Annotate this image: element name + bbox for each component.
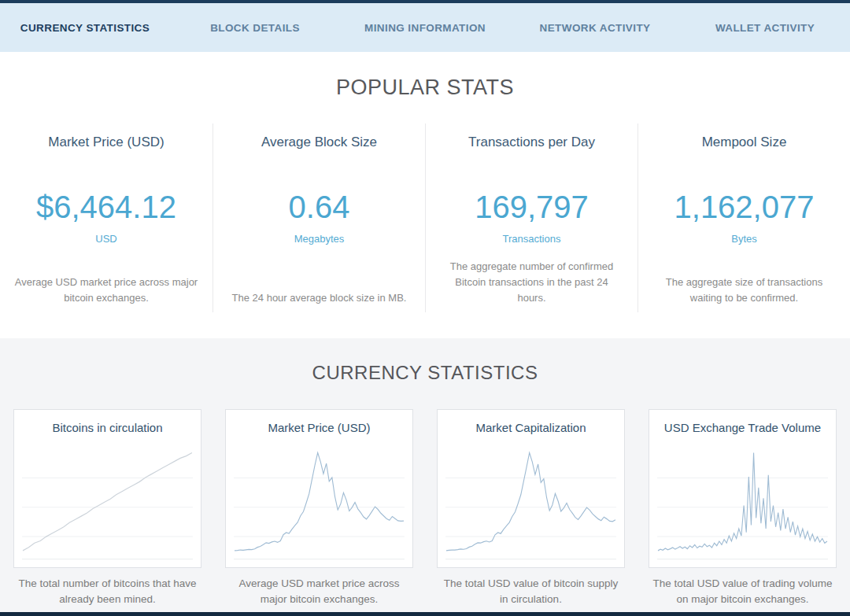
line-chart (20, 439, 194, 561)
stat-title: Market Price (USD) (48, 135, 164, 150)
line-chart (656, 439, 830, 561)
chart-card[interactable]: Market Capitalization (437, 409, 625, 568)
charts-row: Bitcoins in circulation The total number… (0, 409, 850, 608)
chart-cell: Market Capitalization The total USD valu… (437, 409, 625, 608)
line-chart (232, 439, 406, 561)
stat-unit: Megabytes (294, 233, 345, 245)
chart-description: The total number of bitcoins that have a… (13, 576, 201, 608)
stat-description: The aggregate number of confirmed Bitcoi… (440, 259, 623, 306)
chart-cell: USD Exchange Trade Volume The total USD … (649, 409, 837, 608)
popular-stats-section: POPULAR STATS Market Price (USD) $6,464.… (0, 52, 850, 338)
stat-description: The aggregate size of transactions waiti… (652, 275, 836, 306)
line-chart (444, 439, 618, 561)
chart-title: Market Price (USD) (232, 421, 406, 434)
stat-title: Mempool Size (702, 135, 787, 150)
nav-tabs: CURRENCY STATISTICSBLOCK DETAILSMINING I… (0, 3, 850, 52)
stat-card: Transactions per Day 169,797 Transaction… (425, 124, 638, 312)
chart-title: Market Capitalization (444, 421, 618, 434)
stat-title: Average Block Size (261, 135, 377, 150)
stat-title: Transactions per Day (468, 135, 595, 150)
stat-value: 169,797 (475, 190, 589, 225)
currency-statistics-section: CURRENCY STATISTICS Bitcoins in circulat… (0, 338, 850, 612)
tab-block-details[interactable]: BLOCK DETAILS (170, 3, 340, 52)
chart-cell: Market Price (USD) Average USD market pr… (225, 409, 413, 608)
bottom-bar (0, 612, 850, 616)
stat-unit: Transactions (503, 233, 561, 245)
popular-stats-title: POPULAR STATS (0, 76, 850, 100)
stat-description: The 24 hour average block size in MB. (232, 290, 407, 306)
top-nav-bar: CURRENCY STATISTICSBLOCK DETAILSMINING I… (0, 0, 850, 52)
stat-value: $6,464.12 (36, 190, 176, 225)
chart-cell: Bitcoins in circulation The total number… (13, 409, 201, 608)
stat-description: Average USD market price across major bi… (14, 275, 198, 306)
chart-description: The total USD value of bitcoin supply in… (437, 576, 625, 608)
stat-card: Average Block Size 0.64 Megabytes The 24… (213, 124, 425, 312)
stat-value: 0.64 (289, 190, 350, 225)
chart-card[interactable]: USD Exchange Trade Volume (649, 409, 837, 568)
chart-title: USD Exchange Trade Volume (656, 421, 830, 434)
tab-currency-statistics[interactable]: CURRENCY STATISTICS (0, 3, 170, 52)
stat-unit: Bytes (731, 233, 757, 245)
stat-value: 1,162,077 (674, 190, 815, 225)
chart-description: The total USD value of trading volume on… (649, 576, 837, 608)
stat-card: Market Price (USD) $6,464.12 USD Average… (0, 124, 213, 312)
chart-title: Bitcoins in circulation (20, 421, 194, 434)
chart-description: Average USD market price across major bi… (225, 576, 413, 608)
currency-statistics-title: CURRENCY STATISTICS (0, 362, 850, 384)
tab-wallet-activity[interactable]: WALLET ACTIVITY (680, 3, 850, 52)
stat-unit: USD (95, 233, 116, 245)
stat-card: Mempool Size 1,162,077 Bytes The aggrega… (638, 124, 850, 312)
tab-network-activity[interactable]: NETWORK ACTIVITY (510, 3, 680, 52)
popular-stats-row: Market Price (USD) $6,464.12 USD Average… (0, 124, 850, 312)
chart-card[interactable]: Bitcoins in circulation (13, 409, 201, 568)
chart-card[interactable]: Market Price (USD) (225, 409, 413, 568)
tab-mining-information[interactable]: MINING INFORMATION (340, 3, 510, 52)
